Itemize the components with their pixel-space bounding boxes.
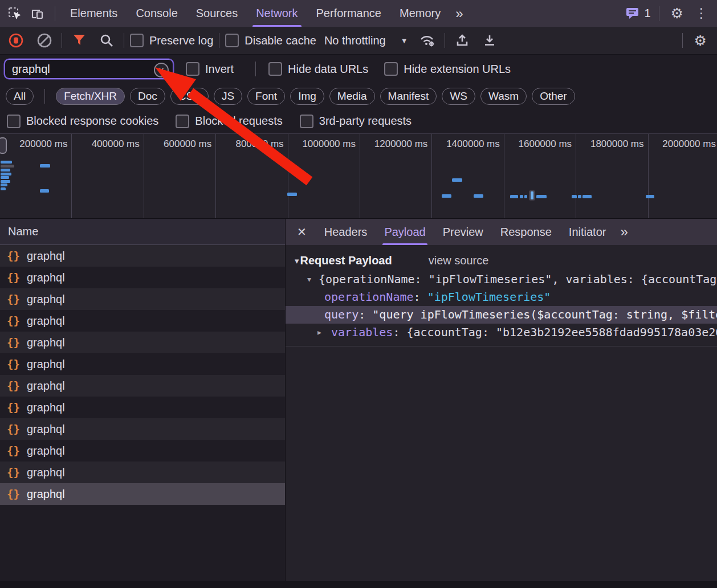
waterfall-bar: [287, 193, 297, 196]
type-chip-other[interactable]: Other: [532, 88, 575, 105]
filter-icon[interactable]: [68, 29, 91, 52]
fetch-xhr-type-icon: {}: [7, 444, 20, 457]
timeline-tick-label: 600000 ms: [164, 134, 215, 150]
tab-memory[interactable]: Memory: [390, 0, 450, 27]
3rd-party-requests-checkbox[interactable]: 3rd-party requests: [300, 115, 412, 128]
divider: [44, 89, 45, 104]
invert-checkbox[interactable]: Invert: [186, 62, 234, 76]
preserve-log-checkbox[interactable]: Preserve log: [130, 34, 213, 47]
request-row[interactable]: {}graphql: [0, 418, 285, 440]
fetch-xhr-type-icon: {}: [7, 466, 20, 479]
payload-row-text: operationName: "ipFlowTimeseries": [286, 288, 551, 306]
checkbox-box: [300, 115, 313, 128]
tab-performance[interactable]: Performance: [307, 0, 391, 27]
import-har-icon[interactable]: [451, 29, 474, 52]
network-conditions-icon[interactable]: [416, 29, 439, 52]
disable-cache-checkbox[interactable]: Disable cache: [225, 34, 316, 47]
detail-tab-headers[interactable]: Headers: [316, 219, 376, 245]
expand-triangle-icon[interactable]: ▸: [317, 324, 321, 341]
payload-tree-row[interactable]: ▸variables: {accountTag: "b12e3b2192ee55…: [286, 324, 717, 341]
collapse-triangle-icon[interactable]: ▾: [295, 256, 299, 266]
timeline-tick-label: 1800000 ms: [590, 134, 648, 150]
request-row[interactable]: {}graphql: [0, 483, 285, 505]
request-payload-title: Request Payload: [300, 254, 392, 267]
payload-tree-row[interactable]: ▾{operationName: "ipFlowTimeseries", var…: [286, 271, 717, 288]
type-chip-css[interactable]: CSS: [170, 88, 209, 105]
hide-data-urls-checkbox[interactable]: Hide data URLs: [268, 62, 368, 76]
blocked-requests-checkbox[interactable]: Blocked requests: [176, 115, 282, 128]
view-source-link[interactable]: view source: [429, 254, 489, 267]
tab-elements[interactable]: Elements: [61, 0, 127, 27]
waterfall-bar: [578, 195, 581, 198]
tab-console[interactable]: Console: [127, 0, 186, 27]
record-network-log-button[interactable]: [5, 29, 27, 52]
fetch-xhr-type-icon: {}: [7, 315, 20, 327]
detail-tab-response[interactable]: Response: [492, 219, 560, 245]
search-icon[interactable]: [95, 29, 118, 52]
tab-sources[interactable]: Sources: [187, 0, 247, 27]
tab-network[interactable]: Network: [247, 0, 307, 27]
settings-gear-icon[interactable]: ⚙: [665, 6, 689, 21]
payload-tree-row[interactable]: operationName: "ipFlowTimeseries": [286, 288, 717, 306]
request-row[interactable]: {}graphql: [0, 310, 285, 332]
waterfall-bar: [1, 187, 6, 190]
type-chip-manifest[interactable]: Manifest: [380, 88, 437, 105]
request-name: graphql: [27, 315, 65, 328]
close-details-icon[interactable]: ✕: [288, 225, 316, 239]
blocked-response-cookies-checkbox[interactable]: Blocked response cookies: [7, 115, 158, 128]
request-row[interactable]: {}graphql: [0, 353, 285, 375]
clear-network-log-button[interactable]: [33, 29, 56, 52]
type-chip-doc[interactable]: Doc: [130, 88, 165, 105]
type-chip-js[interactable]: JS: [214, 88, 242, 105]
type-chip-all[interactable]: All: [6, 88, 34, 105]
network-overview-timeline[interactable]: 200000 ms400000 ms600000 ms800000 ms1000…: [0, 133, 717, 219]
export-har-icon[interactable]: [478, 29, 501, 52]
request-row[interactable]: {}graphql: [0, 397, 285, 418]
network-option-checkboxes: Blocked response cookiesBlocked requests…: [0, 109, 717, 133]
request-name: graphql: [27, 423, 65, 436]
type-chip-img[interactable]: Img: [290, 88, 324, 105]
payload-segment: :: [414, 290, 427, 304]
detail-tab-payload[interactable]: Payload: [376, 219, 434, 245]
more-panels-icon[interactable]: »: [450, 6, 469, 22]
type-chip-ws[interactable]: WS: [442, 88, 475, 105]
request-name: graphql: [27, 250, 65, 263]
chevron-down-icon: ▼: [401, 36, 408, 45]
request-row[interactable]: {}graphql: [0, 462, 285, 483]
more-detail-tabs-icon[interactable]: »: [614, 224, 633, 240]
hide-extension-urls-checkbox[interactable]: Hide extension URLs: [384, 62, 511, 76]
waterfall-bar: [1, 161, 12, 164]
name-column-header[interactable]: Name: [0, 219, 285, 245]
request-row[interactable]: {}graphql: [0, 332, 285, 353]
timeline-scroll-handle[interactable]: [0, 137, 7, 154]
payload-segment: : {accountTag: "b12e3b2192ee5588fdad9951…: [393, 325, 717, 339]
divider: [659, 6, 659, 21]
filter-input[interactable]: [5, 59, 173, 79]
collapse-triangle-icon[interactable]: ▾: [307, 271, 311, 288]
request-name: graphql: [27, 444, 65, 458]
request-row[interactable]: {}graphql: [0, 267, 285, 288]
payload-tree: ▾{operationName: "ipFlowTimeseries", var…: [286, 271, 717, 346]
detail-tab-initiator[interactable]: Initiator: [560, 219, 615, 245]
kebab-menu-icon[interactable]: ⋮: [689, 7, 714, 20]
inspect-element-icon[interactable]: [3, 2, 26, 25]
detail-tab-preview[interactable]: Preview: [434, 219, 492, 245]
clear-filter-icon[interactable]: ✕: [154, 63, 169, 77]
type-chip-fetch-xhr[interactable]: Fetch/XHR: [56, 88, 125, 105]
payload-tree-row[interactable]: query: "query ipFlowTimeseries($accountT…: [286, 306, 717, 324]
request-name: graphql: [27, 293, 65, 306]
type-chip-font[interactable]: Font: [247, 88, 285, 105]
request-row[interactable]: {}graphql: [0, 288, 285, 310]
type-chip-wasm[interactable]: Wasm: [480, 88, 527, 105]
request-row[interactable]: {}graphql: [0, 245, 285, 267]
request-row[interactable]: {}graphql: [0, 440, 285, 462]
throttling-select[interactable]: No throttling ▼: [316, 34, 416, 47]
network-settings-gear-icon[interactable]: ⚙: [689, 34, 712, 48]
issues-button[interactable]: 1: [625, 6, 650, 21]
request-row[interactable]: {}graphql: [0, 375, 285, 397]
type-chip-media[interactable]: Media: [329, 88, 375, 105]
waterfall-bar: [474, 194, 483, 198]
payload-segment: "query ipFlowTimeseries($accountTag: str…: [372, 308, 717, 321]
device-toolbar-icon[interactable]: [26, 2, 49, 25]
checkbox-box: [225, 34, 239, 47]
